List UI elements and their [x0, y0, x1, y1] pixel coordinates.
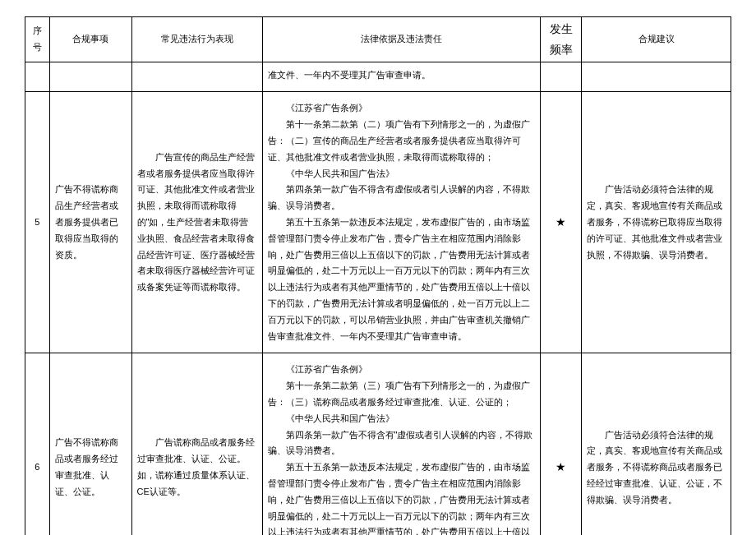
cont-legal: 准文件、一年内不受理其广告审查申请。 — [262, 62, 541, 92]
cont-advice — [582, 62, 731, 92]
legal-p2: 第十一条第二款第（二）项广告有下列情形之一的，为虚假广告：（二）宣传的商品生产经… — [268, 117, 536, 165]
table-row: 6 广告不得谎称商品或者服务经过审查批准、认证、公证。 广告谎称商品或者服务经过… — [25, 353, 731, 535]
legal-p2: 第十一条第二款第（三）项广告有下列情形之一的，为虚假广告：（三）谎称商品或者服务… — [268, 378, 536, 411]
row-behavior: 广告宣传的商品生产经营者或者服务提供者应当取得许可证、其他批准文件或者营业执照，… — [131, 92, 262, 353]
legal-p4: 第四条第一款广告不得含有"虚假或者引人误解的内容，不得欺骗、误导消费者。 — [268, 427, 536, 460]
table-row: 5 广告不得谎称商品生产经营者或者服务提供者已取得应当取得的资质。 广告宣传的商… — [25, 92, 731, 353]
legal-p5: 第五十五条第一款违反本法规定，发布虚假广告的，由市场监督管理部门责令停止发布广告… — [268, 214, 536, 344]
cont-matter — [49, 62, 131, 92]
header-matter: 合规事项 — [49, 17, 131, 62]
behavior-text: 广告宣传的商品生产经营者或者服务提供者应当取得许可证、其他批准文件或者营业执照，… — [137, 150, 257, 296]
legal-p5: 第五十五条第一款违反本法规定，发布虚假广告的，由市场监督管理部门责令停止发布广告… — [268, 459, 536, 535]
header-seq: 序号 — [25, 17, 50, 62]
header-row: 序号 合规事项 常见违法行为表现 法律依据及违法责任 发生频率 合规建议 — [25, 17, 731, 62]
legal-p3: 《中华人民共和国广告法》 — [268, 411, 536, 427]
row-freq: ★ — [541, 353, 582, 535]
cont-freq — [541, 62, 582, 92]
row-legal: 《江苏省广告条例》 第十一条第二款第（二）项广告有下列情形之一的，为虚假广告：（… — [262, 92, 541, 353]
row-seq: 5 — [25, 92, 50, 353]
continuation-row: 准文件、一年内不受理其广告审查申请。 — [25, 62, 731, 92]
header-legal: 法律依据及违法责任 — [262, 17, 541, 62]
row-behavior: 广告谎称商品或者服务经过审查批准、认证、公证。如，谎称通过质量体系认证、CE认证… — [131, 353, 262, 535]
header-freq: 发生频率 — [541, 17, 582, 62]
row-advice: 广告活动必须符合法律的规定，真实、客观地宣传有关商品或者服务，不得谎称已取得应当… — [582, 92, 731, 353]
row-matter: 广告不得谎称商品生产经营者或者服务提供者已取得应当取得的资质。 — [49, 92, 131, 353]
cont-behavior — [131, 62, 262, 92]
row-seq: 6 — [25, 353, 50, 535]
behavior-text: 广告谎称商品或者服务经过审查批准、认证、公证。如，谎称通过质量体系认证、CE认证… — [137, 435, 257, 500]
legal-p1: 《江苏省广告条例》 — [268, 100, 536, 117]
row-legal: 《江苏省广告条例》 第十一条第二款第（三）项广告有下列情形之一的，为虚假广告：（… — [262, 353, 541, 535]
legal-p4: 第四条第一款广告不得含有虚假或者引人误解的内容，不得欺骗、误导消费者。 — [268, 182, 536, 214]
row-freq: ★ — [541, 92, 582, 353]
advice-text: 广告活动必须符合法律的规定，真实、客观地宣传有关商品或者服务，不得谎称已取得应当… — [587, 182, 726, 263]
header-advice: 合规建议 — [582, 17, 731, 62]
header-behavior: 常见违法行为表现 — [131, 17, 262, 62]
advice-text: 广告活动必须符合法律的规定，真实、客观地宣传有关商品或者服务，不得谎称商品或者服… — [587, 427, 726, 509]
legal-p1: 《江苏省广告条例》 — [268, 362, 536, 378]
row-advice: 广告活动必须符合法律的规定，真实、客观地宣传有关商品或者服务，不得谎称商品或者服… — [582, 353, 731, 535]
legal-p3: 《中华人民共和国广告法》 — [268, 166, 536, 182]
cont-seq — [25, 62, 50, 92]
row-matter: 广告不得谎称商品或者服务经过审查批准、认证、公证。 — [49, 353, 131, 535]
compliance-table: 序号 合规事项 常见违法行为表现 法律依据及违法责任 发生频率 合规建议 准文件… — [25, 16, 731, 535]
